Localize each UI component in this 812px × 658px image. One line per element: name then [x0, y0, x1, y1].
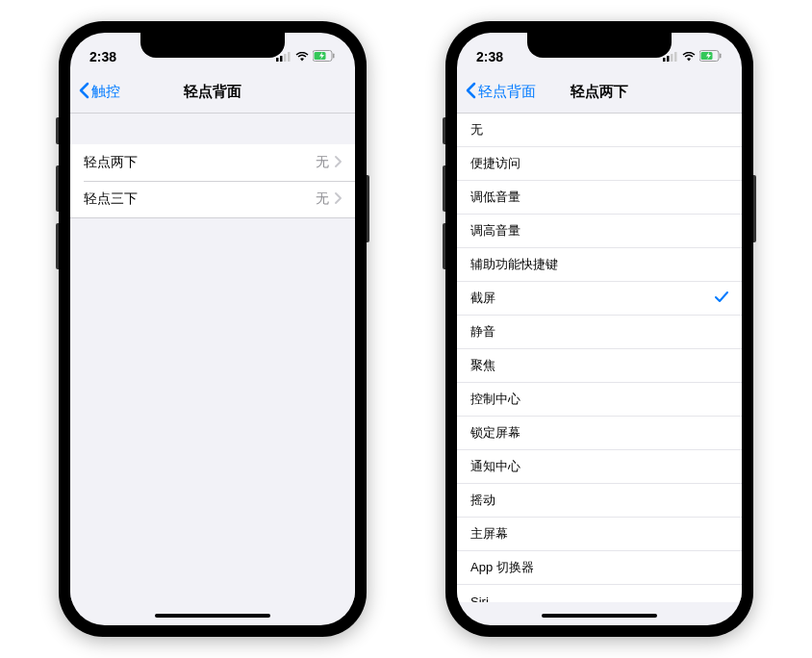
- option-label: 辅助功能快捷键: [470, 256, 558, 273]
- option-label: 主屏幕: [470, 525, 508, 543]
- notch: [527, 33, 672, 58]
- wifi-icon: [682, 49, 696, 64]
- option-row[interactable]: 主屏幕: [457, 518, 742, 551]
- option-label: 聚焦: [470, 357, 495, 374]
- nav-bar: 轻点背面 轻点两下: [457, 71, 742, 114]
- row-label: 轻点两下: [84, 154, 138, 171]
- phone-frame-left: 2:38 触控 轻点背面: [59, 21, 367, 637]
- screen-right: 2:38 轻点背面 轻点两下 无: [457, 33, 742, 625]
- home-indicator[interactable]: [542, 614, 657, 618]
- option-label: 静音: [470, 323, 495, 341]
- option-row[interactable]: 通知中心: [457, 450, 742, 484]
- wifi-icon: [295, 49, 309, 64]
- home-indicator[interactable]: [155, 614, 270, 618]
- option-row[interactable]: Siri: [457, 585, 742, 602]
- power-button: [367, 175, 369, 242]
- option-label: 锁定屏幕: [470, 424, 520, 442]
- svg-rect-3: [288, 52, 291, 62]
- svg-rect-8: [667, 56, 670, 62]
- svg-rect-1: [280, 56, 283, 62]
- volume-down-button: [443, 223, 445, 269]
- option-label: App 切换器: [470, 559, 534, 576]
- nav-title: 轻点两下: [571, 83, 628, 101]
- nav-title: 轻点背面: [184, 83, 241, 101]
- group-spacer: [70, 114, 355, 144]
- phone-frame-right: 2:38 轻点背面 轻点两下 无: [445, 21, 753, 637]
- option-row[interactable]: 摇动: [457, 484, 742, 518]
- option-row[interactable]: 无: [457, 114, 742, 147]
- svg-rect-7: [663, 58, 666, 62]
- option-row[interactable]: 辅助功能快捷键: [457, 248, 742, 282]
- chevron-right-icon: [335, 191, 342, 207]
- nav-back-button[interactable]: 触控: [78, 82, 120, 102]
- option-row[interactable]: 调高音量: [457, 215, 742, 248]
- option-row[interactable]: 调低音量: [457, 181, 742, 215]
- svg-rect-13: [720, 54, 722, 59]
- option-label: 控制中心: [470, 391, 520, 408]
- svg-rect-0: [276, 58, 279, 62]
- option-row[interactable]: App 切换器: [457, 551, 742, 585]
- notch: [140, 33, 285, 58]
- chevron-left-icon: [465, 82, 476, 102]
- option-label: 调高音量: [470, 222, 520, 240]
- option-label: 调低音量: [470, 189, 520, 206]
- status-time: 2:38: [476, 49, 524, 64]
- svg-rect-6: [333, 54, 335, 59]
- checkmark-icon: [715, 291, 728, 306]
- row-double-tap[interactable]: 轻点两下 无: [70, 144, 355, 181]
- power-button: [753, 175, 756, 242]
- options-list[interactable]: 无便捷访问调低音量调高音量辅助功能快捷键截屏静音聚焦控制中心锁定屏幕通知中心摇动…: [457, 114, 742, 602]
- battery-icon: [699, 49, 723, 64]
- volume-up-button: [443, 165, 445, 212]
- row-triple-tap[interactable]: 轻点三下 无: [70, 181, 355, 217]
- status-time: 2:38: [89, 49, 138, 64]
- row-label: 轻点三下: [84, 190, 138, 208]
- content-area: 无便捷访问调低音量调高音量辅助功能快捷键截屏静音聚焦控制中心锁定屏幕通知中心摇动…: [457, 114, 742, 602]
- nav-back-label: 轻点背面: [478, 83, 536, 101]
- settings-list: 轻点两下 无 轻点三下 无: [70, 144, 355, 217]
- row-value: 无: [316, 190, 329, 208]
- option-label: 通知中心: [470, 458, 520, 475]
- nav-back-label: 触控: [91, 83, 120, 101]
- volume-up-button: [56, 165, 59, 212]
- option-row[interactable]: 控制中心: [457, 383, 742, 417]
- chevron-left-icon: [78, 82, 89, 102]
- row-value-container: 无: [316, 190, 342, 208]
- nav-bar: 触控 轻点背面: [70, 71, 355, 114]
- row-value-container: 无: [316, 154, 342, 171]
- row-value: 无: [316, 154, 329, 171]
- nav-back-button[interactable]: 轻点背面: [465, 82, 536, 102]
- option-label: Siri: [470, 595, 489, 603]
- silent-switch: [56, 117, 59, 144]
- option-label: 无: [470, 121, 483, 139]
- option-label: 截屏: [470, 290, 495, 307]
- svg-rect-2: [284, 54, 287, 62]
- status-icons: [276, 49, 336, 64]
- volume-down-button: [56, 223, 59, 269]
- option-label: 摇动: [470, 492, 495, 509]
- option-row[interactable]: 聚焦: [457, 349, 742, 383]
- chevron-right-icon: [335, 155, 342, 170]
- svg-rect-9: [671, 54, 673, 62]
- option-row[interactable]: 锁定屏幕: [457, 417, 742, 450]
- silent-switch: [443, 117, 445, 144]
- option-label: 便捷访问: [470, 155, 520, 172]
- screen-left: 2:38 触控 轻点背面: [70, 33, 355, 625]
- option-row[interactable]: 截屏: [457, 282, 742, 316]
- content-area: 轻点两下 无 轻点三下 无: [70, 114, 355, 602]
- option-row[interactable]: 静音: [457, 316, 742, 349]
- svg-rect-10: [674, 52, 677, 62]
- battery-icon: [313, 49, 336, 64]
- option-row[interactable]: 便捷访问: [457, 147, 742, 181]
- status-icons: [663, 49, 723, 64]
